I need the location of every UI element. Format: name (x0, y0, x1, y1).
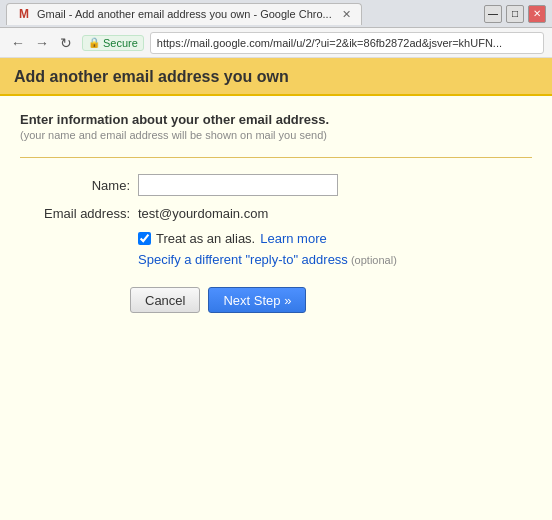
learn-more-link[interactable]: Learn more (260, 231, 326, 246)
secure-label: Secure (103, 37, 138, 49)
email-value: test@yourdomain.com (138, 206, 268, 221)
reload-button[interactable]: ↻ (56, 33, 76, 53)
minimize-button[interactable]: — (484, 5, 502, 23)
specify-reply-to-link[interactable]: Specify a different "reply-to" address (138, 252, 348, 267)
title-bar: M Gmail - Add another email address you … (0, 0, 552, 28)
dialog-description: Enter information about your other email… (20, 112, 532, 127)
maximize-button[interactable]: □ (506, 5, 524, 23)
dialog-title: Add another email address you own (14, 68, 538, 86)
url-input[interactable] (150, 32, 544, 54)
title-bar-left: M Gmail - Add another email address you … (6, 3, 362, 25)
window-controls: — □ ✕ (484, 5, 546, 23)
name-input[interactable] (138, 174, 338, 196)
nav-icons: ← → ↻ (8, 33, 76, 53)
lock-icon: 🔒 (88, 37, 100, 48)
dialog-subdescription: (your name and email address will be sho… (20, 129, 532, 141)
forward-button[interactable]: → (32, 33, 52, 53)
dialog-body: Enter information about your other email… (0, 96, 552, 329)
alias-row: Treat as an alias. Learn more (138, 231, 532, 246)
next-step-button[interactable]: Next Step » (208, 287, 306, 313)
email-label: Email address: (20, 206, 130, 221)
cancel-button[interactable]: Cancel (130, 287, 200, 313)
tab-favicon: M (17, 7, 31, 21)
secure-badge: 🔒 Secure (82, 35, 144, 51)
divider (20, 157, 532, 158)
email-row: Email address: test@yourdomain.com (20, 206, 532, 221)
specify-row: Specify a different "reply-to" address (… (138, 252, 532, 267)
name-label: Name: (20, 178, 130, 193)
address-bar: ← → ↻ 🔒 Secure (0, 28, 552, 58)
close-button[interactable]: ✕ (528, 5, 546, 23)
button-row: Cancel Next Step » (130, 287, 532, 313)
tab-close-icon[interactable]: ✕ (342, 8, 351, 21)
tab-title: Gmail - Add another email address you ow… (37, 8, 332, 20)
browser-tab[interactable]: M Gmail - Add another email address you … (6, 3, 362, 25)
content-area: Add another email address you own Enter … (0, 58, 552, 520)
optional-text: (optional) (348, 254, 397, 266)
name-row: Name: (20, 174, 532, 196)
alias-label: Treat as an alias. (156, 231, 255, 246)
back-button[interactable]: ← (8, 33, 28, 53)
alias-checkbox[interactable] (138, 232, 151, 245)
dialog-header: Add another email address you own (0, 58, 552, 96)
